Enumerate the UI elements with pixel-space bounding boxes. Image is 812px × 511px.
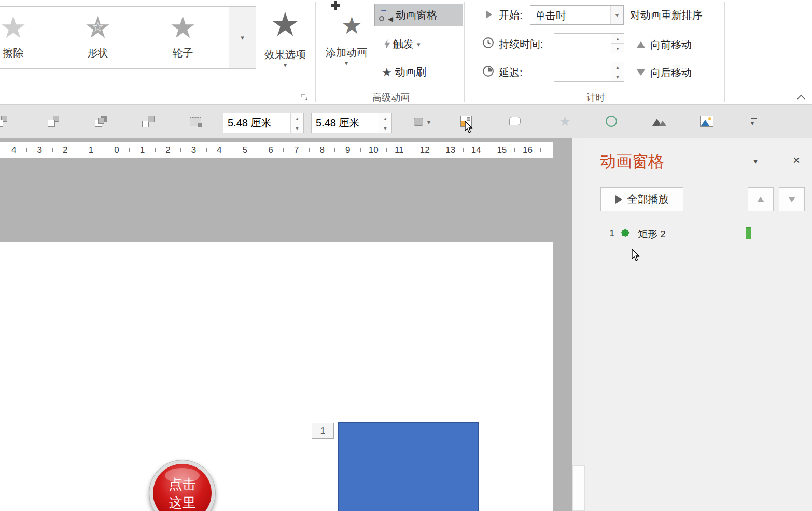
split-dropdown-icon[interactable]: ▾	[750, 116, 763, 129]
play-all-button[interactable]: 全部播放	[600, 187, 683, 211]
ribbon-animations-tab: ★ 擦除 ★ ☆ 形状 ★ 轮子 ▾ ★ 效果选项 ▾ ★ 添加动画 ▾ →	[0, 0, 812, 105]
ruler-number: 2	[155, 142, 181, 158]
play-all-label: 全部播放	[627, 192, 669, 206]
spin-up-icon[interactable]: ▴	[291, 113, 303, 123]
dialog-launcher-icon[interactable]	[301, 93, 309, 103]
animation-pane-button[interactable]: → ◀ 动画窗格	[374, 4, 463, 26]
plus-icon	[331, 1, 340, 10]
delay-spinner[interactable]: ▴ ▾	[611, 62, 624, 81]
star-icon: ★	[341, 13, 362, 37]
red-trigger-button-face[interactable]: 点击 这里	[153, 464, 212, 511]
duration-spinner[interactable]: ▴ ▾	[611, 34, 624, 53]
send-backward-icon[interactable]	[95, 116, 108, 129]
duration-spinbox[interactable]: ▴ ▾	[554, 33, 624, 53]
animation-item-order: 1	[609, 228, 615, 239]
animation-painter-button[interactable]: ★ 动画刷	[382, 64, 447, 81]
ruler-number: 2	[52, 142, 78, 158]
red-trigger-button-shape[interactable]: 点击 这里	[149, 460, 216, 511]
spin-down-icon[interactable]: ▾	[291, 123, 303, 133]
insert-picture-icon[interactable]	[700, 116, 713, 129]
ruler-number: 14	[464, 142, 489, 158]
animation-list-item[interactable]: 1 矩形 2	[585, 226, 812, 241]
effect-options-label: 效果选项	[264, 48, 306, 62]
spin-up-icon[interactable]: ▴	[611, 34, 624, 44]
animation-item-shape-name: 矩形 2	[638, 228, 666, 241]
move-later-button[interactable]: 向后移动	[637, 64, 692, 81]
ruler-number: 12	[412, 142, 438, 158]
ruler-number: 3	[181, 142, 207, 158]
mouse-cursor-secondary	[465, 121, 474, 136]
shape-height-input[interactable]	[223, 113, 294, 133]
group-separator	[315, 2, 316, 102]
trigger-button[interactable]: 触发 ▾	[384, 36, 444, 53]
spin-down-icon[interactable]: ▾	[611, 72, 624, 81]
animation-star-icon[interactable]: ★	[559, 116, 572, 129]
pane-move-up-button[interactable]	[748, 187, 774, 211]
shape-height-spinner[interactable]: ▴ ▾	[290, 113, 303, 133]
group-objects-icon[interactable]	[142, 116, 156, 129]
align-icon[interactable]	[0, 116, 9, 129]
chevron-down-icon: ▾	[241, 34, 244, 41]
add-animation-button[interactable]: ★ 添加动画 ▾	[319, 1, 373, 67]
wipe-star-icon: ★	[0, 9, 43, 46]
start-value: 单击时	[535, 9, 566, 23]
pane-move-down-button[interactable]	[779, 187, 805, 211]
oval-shape-icon[interactable]	[606, 116, 619, 129]
slide-canvas[interactable]: 点击 这里 1	[0, 242, 553, 511]
triangle-down-icon	[637, 69, 645, 76]
chevron-down-icon: ▾	[284, 62, 287, 69]
ruler-number: 9	[335, 142, 361, 158]
move-later-label: 向后移动	[650, 66, 692, 80]
effect-options-star-icon: ★	[270, 2, 300, 47]
gallery-item-wheel[interactable]: ★ 轮子	[153, 9, 213, 67]
gallery-item-wipe[interactable]: ★ 擦除	[0, 9, 43, 67]
pane-close-button[interactable]: ×	[788, 152, 805, 168]
animation-timeline-bar[interactable]	[746, 227, 751, 239]
shape-inner-star-icon: ☆	[68, 19, 128, 35]
spin-up-icon[interactable]: ▴	[379, 113, 391, 123]
shape-width-spinner[interactable]: ▴ ▾	[379, 113, 391, 133]
vertical-scrollbar[interactable]	[572, 138, 585, 511]
ruler-numbers: 4 3 2 1 0 1 2 3 4 5 6 7 8 9 10 11 12 13 …	[1, 142, 553, 158]
pane-options-chevron-icon[interactable]: ▾	[747, 155, 764, 167]
group-separator	[724, 2, 725, 102]
ruler-number: 1	[130, 142, 156, 158]
effect-options-button[interactable]: ★ 效果选项 ▾	[259, 2, 311, 69]
spin-up-icon[interactable]: ▴	[611, 62, 624, 72]
horizontal-ruler[interactable]: 4 3 2 1 0 1 2 3 4 5 6 7 8 9 10 11 12 13 …	[0, 142, 553, 158]
shape-width-field[interactable]: ▴ ▾	[311, 113, 392, 133]
shape-width-input[interactable]	[312, 113, 382, 133]
ruler-number: 8	[309, 142, 335, 158]
clock-icon	[379, 16, 384, 21]
animation-order-badge[interactable]: 1	[312, 423, 334, 439]
start-value-combobox[interactable]: 单击时 ▾	[530, 5, 624, 25]
slide-workspace: 4 3 2 1 0 1 2 3 4 5 6 7 8 9 10 11 12 13 …	[0, 138, 572, 511]
delay-input[interactable]	[554, 62, 614, 81]
start-play-icon	[486, 10, 492, 19]
gallery-more-button[interactable]: ▾	[229, 6, 256, 69]
combobox-chevron-icon[interactable]: ▾	[610, 6, 623, 24]
chevron-down-icon: ▾	[417, 41, 421, 48]
mountains-icon[interactable]	[652, 116, 666, 129]
ruler-number: 5	[232, 142, 258, 158]
advanced-animation-group-label: 高级动画	[362, 91, 420, 104]
shape-effects-icon[interactable]: ▾	[414, 116, 438, 129]
gallery-item-label: 形状	[88, 47, 108, 59]
gallery-item-shape[interactable]: ★ ☆ 形状	[68, 9, 128, 67]
bring-forward-icon[interactable]	[48, 116, 61, 129]
delay-spinbox[interactable]: ▴ ▾	[554, 62, 624, 82]
picture-placeholder-icon[interactable]	[190, 116, 203, 129]
collapse-ribbon-button[interactable]	[796, 93, 806, 103]
animation-style-gallery: ★ 擦除 ★ ☆ 形状 ★ 轮子	[0, 6, 229, 69]
spin-down-icon[interactable]: ▾	[379, 123, 391, 133]
spin-down-icon[interactable]: ▾	[611, 44, 624, 53]
move-earlier-button[interactable]: 向前移动	[637, 36, 692, 53]
animation-order-number: 1	[320, 425, 325, 436]
duration-input[interactable]	[554, 34, 614, 53]
blue-rectangle-shape[interactable]	[338, 422, 479, 511]
duration-label: 持续时间:	[499, 37, 543, 51]
callout-shape-icon[interactable]	[509, 116, 523, 129]
scrollbar-thumb[interactable]	[572, 465, 585, 511]
ruler-number: 3	[27, 142, 53, 158]
shape-height-field[interactable]: ▴ ▾	[223, 113, 304, 133]
